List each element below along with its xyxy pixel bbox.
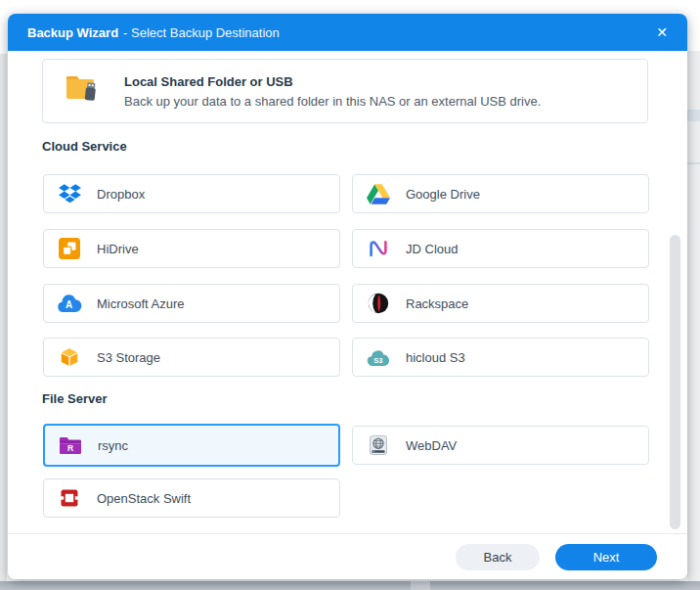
rsync-folder-icon: R	[58, 432, 83, 458]
page-background-line	[687, 162, 700, 164]
dialog-subtitle: - Select Backup Destination	[123, 25, 280, 40]
option-label: S3 Storage	[97, 350, 160, 365]
option-jd-cloud[interactable]: JD Cloud	[352, 229, 649, 268]
scrollbar-thumb[interactable]	[670, 235, 680, 529]
azure-letter: A	[66, 299, 72, 310]
option-label: WebDAV	[406, 438, 457, 453]
s3-cube-icon	[57, 344, 82, 370]
option-openstack-swift[interactable]: OpenStack Swift	[43, 478, 340, 518]
hidrive-icon	[57, 236, 82, 261]
dialog-titlebar: Backup Wizard - Select Backup Destinatio…	[8, 14, 687, 51]
option-dropbox[interactable]: Dropbox	[43, 174, 340, 213]
option-label: Microsoft Azure	[97, 296, 185, 311]
option-label: JD Cloud	[406, 242, 458, 256]
google-drive-icon	[366, 181, 391, 206]
openstack-icon	[57, 485, 82, 511]
option-hicloud-s3[interactable]: S3 hicloud S3	[352, 338, 649, 377]
webdav-globe-icon	[366, 432, 391, 458]
option-local-shared-folder[interactable]: Local Shared Folder or USB Back up your …	[42, 59, 648, 123]
page-background-bottom	[0, 581, 700, 590]
section-heading-cloud-service: Cloud Service	[42, 139, 127, 154]
jd-cloud-icon	[366, 236, 391, 261]
folder-usb-icon	[64, 72, 103, 110]
azure-cloud-icon: A	[57, 291, 82, 316]
page-background-band	[687, 110, 700, 121]
rackspace-icon	[366, 291, 391, 316]
page-background-left	[0, 54, 7, 581]
dialog-body: Local Shared Folder or USB Back up your …	[8, 51, 687, 533]
page-background-scroll-corner	[411, 581, 430, 590]
close-icon[interactable]: ✕	[656, 25, 668, 39]
backup-wizard-dialog: Backup Wizard - Select Backup Destinatio…	[8, 14, 687, 579]
next-button[interactable]: Next	[555, 544, 657, 570]
dialog-footer: Back Next	[8, 533, 687, 579]
section-heading-file-server: File Server	[42, 391, 108, 406]
option-label: HiDrive	[97, 242, 139, 256]
option-hidrive[interactable]: HiDrive	[43, 229, 340, 268]
option-rackspace[interactable]: Rackspace	[352, 284, 649, 323]
rsync-letter: R	[67, 443, 73, 453]
local-option-description: Back up your data to a shared folder in …	[124, 94, 541, 109]
page-background-right	[687, 51, 700, 581]
dropbox-icon	[57, 181, 82, 206]
option-label: Google Drive	[406, 187, 480, 202]
local-option-title: Local Shared Folder or USB	[124, 74, 541, 89]
option-label: hicloud S3	[406, 350, 465, 365]
option-label: rsync	[98, 438, 128, 453]
option-microsoft-azure[interactable]: A Microsoft Azure	[43, 284, 340, 323]
back-button[interactable]: Back	[456, 544, 540, 570]
option-label: OpenStack Swift	[97, 491, 191, 506]
option-google-drive[interactable]: Google Drive	[352, 174, 649, 213]
hicloud-s3-text: S3	[373, 355, 382, 364]
option-label: Dropbox	[97, 187, 145, 202]
option-rsync[interactable]: R rsync	[43, 424, 340, 467]
option-webdav[interactable]: WebDAV	[352, 426, 649, 465]
dialog-title: Backup Wizard	[27, 25, 118, 40]
option-label: Rackspace	[406, 296, 468, 311]
hicloud-cloud-icon: S3	[366, 344, 391, 370]
option-s3-storage[interactable]: S3 Storage	[43, 338, 340, 377]
